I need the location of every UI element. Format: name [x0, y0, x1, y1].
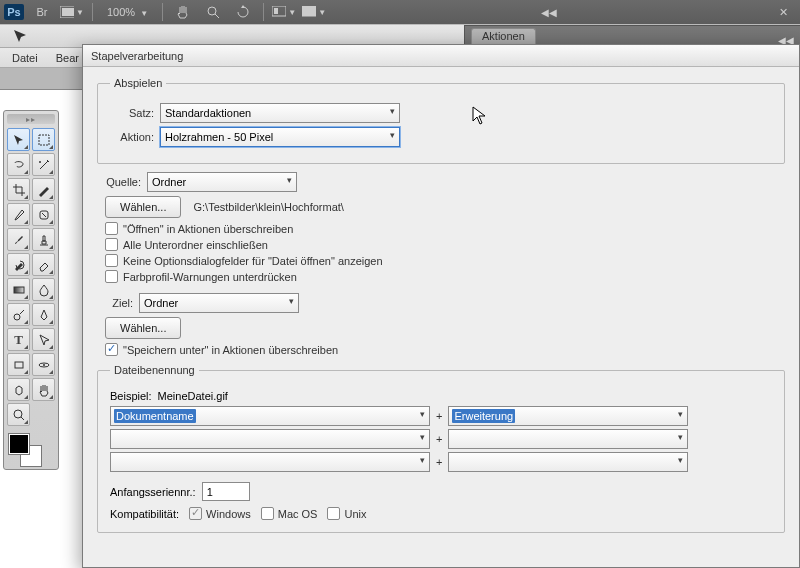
hand-tool-shortcut[interactable] [171, 2, 195, 22]
foreground-color-swatch[interactable] [9, 434, 29, 454]
tool-move[interactable] [7, 128, 30, 151]
serial-label: Anfangsseriennr.: [110, 486, 196, 498]
naming-slot1-dropdown[interactable] [110, 406, 430, 426]
override-save-checkbox[interactable] [105, 343, 118, 356]
tool-dodge[interactable] [7, 303, 30, 326]
dialog-body: Abspielen Satz: Standardaktionen Aktion:… [83, 67, 799, 551]
set-dropdown[interactable]: Standardaktionen [160, 103, 400, 123]
collapse-panels-icon[interactable]: ◀◀ [535, 7, 563, 18]
top-separator [162, 3, 163, 21]
svg-rect-7 [39, 135, 49, 145]
tool-crop[interactable] [7, 178, 30, 201]
svg-rect-5 [274, 8, 278, 14]
action-dropdown[interactable]: Holzrahmen - 50 Pixel [160, 127, 400, 147]
palette-grip[interactable]: ▸▸ [7, 114, 55, 124]
naming-slot6-dropdown[interactable] [448, 452, 688, 472]
batch-dialog: Stapelverarbeitung Abspielen Satz: Stand… [82, 44, 800, 568]
tool-wand[interactable] [32, 153, 55, 176]
tool-stamp[interactable] [32, 228, 55, 251]
include-subfolders-label: Alle Unterordner einschließen [123, 239, 268, 251]
naming-slot4-dropdown[interactable] [448, 429, 688, 449]
tools-palette: ▸▸ T [3, 110, 59, 470]
serial-input[interactable] [202, 482, 250, 501]
move-icon [12, 28, 28, 44]
tool-lasso[interactable] [7, 153, 30, 176]
suppress-profile-warnings-checkbox[interactable] [105, 270, 118, 283]
naming-slot3-wrap [110, 429, 430, 449]
bridge-btn[interactable]: Br [30, 2, 54, 22]
source-dropdown[interactable]: Ordner [147, 172, 297, 192]
svg-point-2 [208, 7, 216, 15]
override-open-checkbox[interactable] [105, 222, 118, 235]
current-tool-icon[interactable] [6, 26, 34, 46]
play-legend: Abspielen [110, 77, 166, 89]
tool-brush[interactable] [7, 228, 30, 251]
top-separator [92, 3, 93, 21]
tool-hand[interactable] [32, 378, 55, 401]
compat-mac-checkbox[interactable] [261, 507, 274, 520]
tool-3d-pan[interactable] [7, 378, 30, 401]
tool-gradient[interactable] [7, 278, 30, 301]
naming-slot6-wrap [448, 452, 688, 472]
menu-file[interactable]: Datei [4, 50, 46, 66]
dest-label: Ziel: [97, 297, 133, 309]
app-top-bar: Ps Br ▼ 100% ▼ ▼ ▼ ◀◀ ✕ [0, 0, 800, 24]
color-swatches[interactable] [7, 432, 55, 466]
naming-slot5-wrap [110, 452, 430, 472]
tool-blur[interactable] [32, 278, 55, 301]
source-choose-button[interactable]: Wählen... [105, 196, 181, 218]
viewmode-btn[interactable]: ▼ [60, 2, 84, 22]
svg-point-17 [14, 410, 22, 418]
svg-point-12 [14, 314, 20, 320]
window-close-button[interactable]: ✕ [771, 6, 796, 19]
compat-unix[interactable]: Unix [327, 507, 366, 520]
zoom-tool-shortcut[interactable] [201, 2, 225, 22]
tool-marquee[interactable] [32, 128, 55, 151]
bridge-label: Br [37, 6, 48, 18]
rotate-shortcut[interactable] [231, 2, 255, 22]
set-combo-wrap: Standardaktionen [160, 103, 400, 123]
naming-plus: + [434, 456, 444, 468]
tool-pen[interactable] [32, 303, 55, 326]
dialog-title-bar[interactable]: Stapelverarbeitung [83, 45, 799, 67]
compat-unix-checkbox[interactable] [327, 507, 340, 520]
naming-slot5-dropdown[interactable] [110, 452, 430, 472]
action-label: Aktion: [110, 131, 154, 143]
svg-line-10 [42, 213, 46, 217]
app-logo: Ps [4, 4, 24, 20]
dest-choose-button[interactable]: Wählen... [105, 317, 181, 339]
dest-dropdown[interactable]: Ordner [139, 293, 299, 313]
suppress-open-dialogs-checkbox[interactable] [105, 254, 118, 267]
tool-shape[interactable] [7, 353, 30, 376]
example-label: Beispiel: [110, 390, 152, 402]
zoom-level[interactable]: 100% ▼ [101, 6, 154, 18]
compat-mac[interactable]: Mac OS [261, 507, 318, 520]
action-combo-wrap: Holzrahmen - 50 Pixel [160, 127, 400, 147]
naming-slot2-dropdown[interactable] [448, 406, 688, 426]
dest-combo-wrap: Ordner [139, 293, 299, 313]
tool-zoom[interactable] [7, 403, 30, 426]
naming-slot3-dropdown[interactable] [110, 429, 430, 449]
naming-slot2-wrap: Erweiterung [448, 406, 688, 426]
naming-slot1-wrap: Dokumentname [110, 406, 430, 426]
tool-slice[interactable] [32, 178, 55, 201]
tool-patch[interactable] [32, 203, 55, 226]
tool-path-select[interactable] [32, 328, 55, 351]
compat-windows-checkbox [189, 507, 202, 520]
chevron-down-icon: ▼ [318, 8, 326, 17]
play-fieldset: Abspielen Satz: Standardaktionen Aktion:… [97, 77, 785, 164]
tool-3d-rotate[interactable] [32, 353, 55, 376]
compat-label: Kompatibilität: [110, 508, 179, 520]
tool-eyedropper[interactable] [7, 203, 30, 226]
tool-history-brush[interactable] [7, 253, 30, 276]
include-subfolders-checkbox[interactable] [105, 238, 118, 251]
tool-eraser[interactable] [32, 253, 55, 276]
naming-fieldset: Dateibenennung Beispiel: MeineDatei.gif … [97, 364, 785, 533]
arrange-btn[interactable]: ▼ [302, 2, 326, 22]
set-label: Satz: [110, 107, 154, 119]
override-open-label: "Öffnen" in Aktionen überschreiben [123, 223, 293, 235]
screen-mode-btn[interactable]: ▼ [272, 2, 296, 22]
chevron-down-icon: ▼ [288, 8, 296, 17]
rotate-icon [236, 5, 250, 19]
tool-type[interactable]: T [7, 328, 30, 351]
